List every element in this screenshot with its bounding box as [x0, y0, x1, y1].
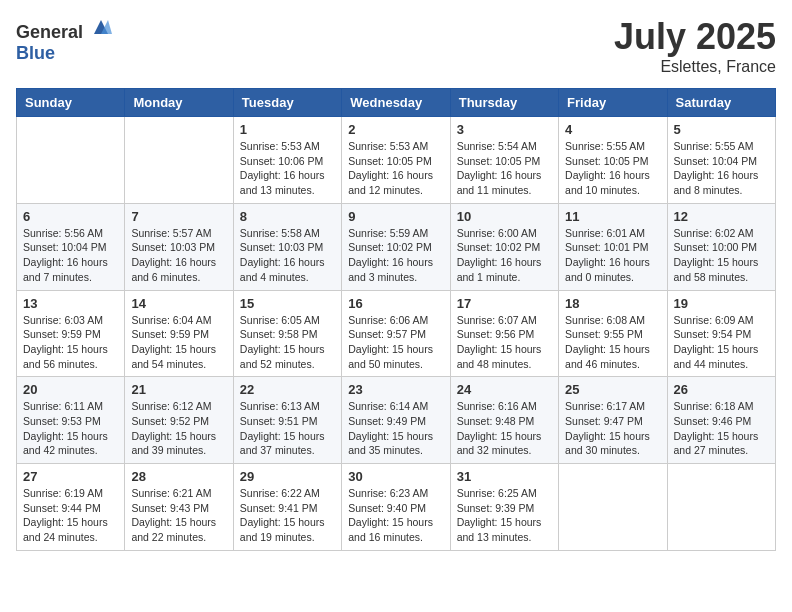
calendar-week-row: 27Sunrise: 6:19 AM Sunset: 9:44 PM Dayli…: [17, 464, 776, 551]
calendar-week-row: 13Sunrise: 6:03 AM Sunset: 9:59 PM Dayli…: [17, 290, 776, 377]
weekday-header-cell: Thursday: [450, 89, 558, 117]
calendar-week-row: 1Sunrise: 5:53 AM Sunset: 10:06 PM Dayli…: [17, 117, 776, 204]
calendar-table: SundayMondayTuesdayWednesdayThursdayFrid…: [16, 88, 776, 551]
day-info: Sunrise: 6:06 AM Sunset: 9:57 PM Dayligh…: [348, 313, 443, 372]
day-number: 28: [131, 469, 226, 484]
calendar-cell: [125, 117, 233, 204]
day-number: 12: [674, 209, 769, 224]
calendar-cell: 15Sunrise: 6:05 AM Sunset: 9:58 PM Dayli…: [233, 290, 341, 377]
calendar-cell: 31Sunrise: 6:25 AM Sunset: 9:39 PM Dayli…: [450, 464, 558, 551]
calendar-cell: 24Sunrise: 6:16 AM Sunset: 9:48 PM Dayli…: [450, 377, 558, 464]
day-number: 22: [240, 382, 335, 397]
calendar-cell: 13Sunrise: 6:03 AM Sunset: 9:59 PM Dayli…: [17, 290, 125, 377]
day-info: Sunrise: 6:21 AM Sunset: 9:43 PM Dayligh…: [131, 486, 226, 545]
day-info: Sunrise: 6:25 AM Sunset: 9:39 PM Dayligh…: [457, 486, 552, 545]
calendar-cell: 10Sunrise: 6:00 AM Sunset: 10:02 PM Dayl…: [450, 203, 558, 290]
day-info: Sunrise: 5:56 AM Sunset: 10:04 PM Daylig…: [23, 226, 118, 285]
calendar-cell: 16Sunrise: 6:06 AM Sunset: 9:57 PM Dayli…: [342, 290, 450, 377]
logo: General Blue: [16, 16, 112, 64]
calendar-cell: 21Sunrise: 6:12 AM Sunset: 9:52 PM Dayli…: [125, 377, 233, 464]
calendar-cell: 29Sunrise: 6:22 AM Sunset: 9:41 PM Dayli…: [233, 464, 341, 551]
day-number: 13: [23, 296, 118, 311]
day-info: Sunrise: 6:01 AM Sunset: 10:01 PM Daylig…: [565, 226, 660, 285]
calendar-cell: 4Sunrise: 5:55 AM Sunset: 10:05 PM Dayli…: [559, 117, 667, 204]
calendar-cell: 1Sunrise: 5:53 AM Sunset: 10:06 PM Dayli…: [233, 117, 341, 204]
day-number: 19: [674, 296, 769, 311]
weekday-header-cell: Monday: [125, 89, 233, 117]
day-info: Sunrise: 6:22 AM Sunset: 9:41 PM Dayligh…: [240, 486, 335, 545]
day-info: Sunrise: 6:16 AM Sunset: 9:48 PM Dayligh…: [457, 399, 552, 458]
day-info: Sunrise: 6:19 AM Sunset: 9:44 PM Dayligh…: [23, 486, 118, 545]
day-number: 6: [23, 209, 118, 224]
weekday-header-cell: Sunday: [17, 89, 125, 117]
day-info: Sunrise: 5:57 AM Sunset: 10:03 PM Daylig…: [131, 226, 226, 285]
day-info: Sunrise: 5:54 AM Sunset: 10:05 PM Daylig…: [457, 139, 552, 198]
day-number: 7: [131, 209, 226, 224]
day-info: Sunrise: 6:03 AM Sunset: 9:59 PM Dayligh…: [23, 313, 118, 372]
logo-general: General: [16, 22, 83, 42]
day-number: 16: [348, 296, 443, 311]
calendar-cell: 5Sunrise: 5:55 AM Sunset: 10:04 PM Dayli…: [667, 117, 775, 204]
calendar-cell: 3Sunrise: 5:54 AM Sunset: 10:05 PM Dayli…: [450, 117, 558, 204]
day-info: Sunrise: 6:12 AM Sunset: 9:52 PM Dayligh…: [131, 399, 226, 458]
page-header: General Blue July 2025 Eslettes, France: [16, 16, 776, 76]
calendar-cell: [559, 464, 667, 551]
calendar-cell: 25Sunrise: 6:17 AM Sunset: 9:47 PM Dayli…: [559, 377, 667, 464]
day-number: 18: [565, 296, 660, 311]
day-info: Sunrise: 6:17 AM Sunset: 9:47 PM Dayligh…: [565, 399, 660, 458]
day-number: 27: [23, 469, 118, 484]
day-number: 9: [348, 209, 443, 224]
day-info: Sunrise: 6:14 AM Sunset: 9:49 PM Dayligh…: [348, 399, 443, 458]
weekday-header-row: SundayMondayTuesdayWednesdayThursdayFrid…: [17, 89, 776, 117]
weekday-header-cell: Wednesday: [342, 89, 450, 117]
day-info: Sunrise: 6:08 AM Sunset: 9:55 PM Dayligh…: [565, 313, 660, 372]
title-block: July 2025 Eslettes, France: [614, 16, 776, 76]
calendar-cell: 8Sunrise: 5:58 AM Sunset: 10:03 PM Dayli…: [233, 203, 341, 290]
calendar-cell: 30Sunrise: 6:23 AM Sunset: 9:40 PM Dayli…: [342, 464, 450, 551]
calendar-cell: 23Sunrise: 6:14 AM Sunset: 9:49 PM Dayli…: [342, 377, 450, 464]
day-number: 25: [565, 382, 660, 397]
calendar-cell: 7Sunrise: 5:57 AM Sunset: 10:03 PM Dayli…: [125, 203, 233, 290]
calendar-cell: 26Sunrise: 6:18 AM Sunset: 9:46 PM Dayli…: [667, 377, 775, 464]
weekday-header-cell: Tuesday: [233, 89, 341, 117]
day-number: 17: [457, 296, 552, 311]
day-number: 10: [457, 209, 552, 224]
day-number: 23: [348, 382, 443, 397]
calendar-cell: 12Sunrise: 6:02 AM Sunset: 10:00 PM Dayl…: [667, 203, 775, 290]
calendar-cell: 9Sunrise: 5:59 AM Sunset: 10:02 PM Dayli…: [342, 203, 450, 290]
day-info: Sunrise: 5:59 AM Sunset: 10:02 PM Daylig…: [348, 226, 443, 285]
day-info: Sunrise: 6:11 AM Sunset: 9:53 PM Dayligh…: [23, 399, 118, 458]
calendar-cell: 6Sunrise: 5:56 AM Sunset: 10:04 PM Dayli…: [17, 203, 125, 290]
calendar-cell: 19Sunrise: 6:09 AM Sunset: 9:54 PM Dayli…: [667, 290, 775, 377]
day-info: Sunrise: 6:04 AM Sunset: 9:59 PM Dayligh…: [131, 313, 226, 372]
day-number: 15: [240, 296, 335, 311]
day-number: 1: [240, 122, 335, 137]
day-info: Sunrise: 6:07 AM Sunset: 9:56 PM Dayligh…: [457, 313, 552, 372]
day-number: 20: [23, 382, 118, 397]
location-title: Eslettes, France: [614, 58, 776, 76]
day-info: Sunrise: 6:09 AM Sunset: 9:54 PM Dayligh…: [674, 313, 769, 372]
day-info: Sunrise: 6:13 AM Sunset: 9:51 PM Dayligh…: [240, 399, 335, 458]
day-info: Sunrise: 6:05 AM Sunset: 9:58 PM Dayligh…: [240, 313, 335, 372]
calendar-cell: 27Sunrise: 6:19 AM Sunset: 9:44 PM Dayli…: [17, 464, 125, 551]
calendar-cell: 11Sunrise: 6:01 AM Sunset: 10:01 PM Dayl…: [559, 203, 667, 290]
day-number: 31: [457, 469, 552, 484]
day-info: Sunrise: 5:53 AM Sunset: 10:05 PM Daylig…: [348, 139, 443, 198]
calendar-cell: 17Sunrise: 6:07 AM Sunset: 9:56 PM Dayli…: [450, 290, 558, 377]
day-info: Sunrise: 5:55 AM Sunset: 10:05 PM Daylig…: [565, 139, 660, 198]
day-number: 26: [674, 382, 769, 397]
calendar-week-row: 6Sunrise: 5:56 AM Sunset: 10:04 PM Dayli…: [17, 203, 776, 290]
day-info: Sunrise: 6:00 AM Sunset: 10:02 PM Daylig…: [457, 226, 552, 285]
day-number: 29: [240, 469, 335, 484]
day-info: Sunrise: 6:23 AM Sunset: 9:40 PM Dayligh…: [348, 486, 443, 545]
month-title: July 2025: [614, 16, 776, 58]
day-number: 14: [131, 296, 226, 311]
day-number: 21: [131, 382, 226, 397]
logo-icon: [90, 16, 112, 38]
day-number: 8: [240, 209, 335, 224]
calendar-cell: [17, 117, 125, 204]
weekday-header-cell: Saturday: [667, 89, 775, 117]
logo-text: General Blue: [16, 16, 112, 64]
calendar-cell: 2Sunrise: 5:53 AM Sunset: 10:05 PM Dayli…: [342, 117, 450, 204]
logo-blue: Blue: [16, 43, 55, 63]
